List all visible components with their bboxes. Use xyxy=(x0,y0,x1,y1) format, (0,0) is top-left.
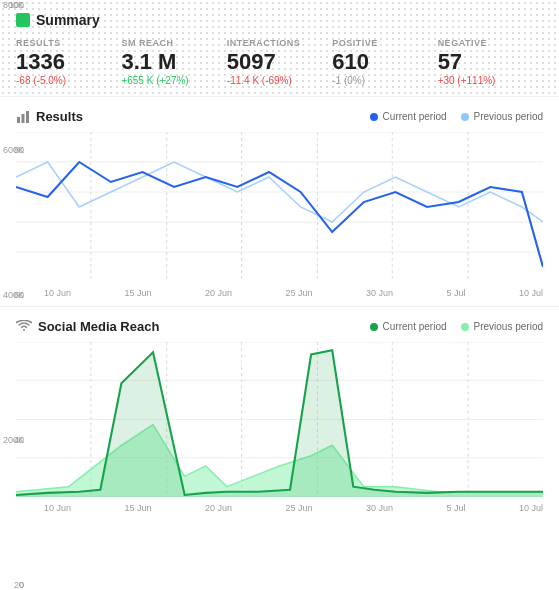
metric-results-delta: -68 (-5.0%) xyxy=(16,75,121,86)
metric-positive-label: POSITIVE xyxy=(332,38,437,48)
metric-positive: POSITIVE 610 -1 (0%) xyxy=(332,38,437,86)
results-chart-section: Results Current period Previous period 1… xyxy=(0,97,559,307)
results-chart-header: Results Current period Previous period xyxy=(16,109,543,124)
reach-svg xyxy=(16,342,543,497)
results-legend-previous: Previous period xyxy=(461,111,543,122)
results-current-dot xyxy=(370,113,378,121)
reach-current-dot xyxy=(370,323,378,331)
results-chart-area xyxy=(16,132,543,285)
reach-legend-current: Current period xyxy=(370,321,447,332)
metric-negative-delta: +30 (+111%) xyxy=(438,75,543,86)
reach-legend: Current period Previous period xyxy=(370,321,543,332)
reach-legend-previous: Previous period xyxy=(461,321,543,332)
metric-positive-value: 610 xyxy=(332,50,437,74)
metric-negative: NEGATIVE 57 +30 (+111%) xyxy=(438,38,543,86)
metric-smreach: SM REACH 3.1 M +655 K (+27%) xyxy=(121,38,226,86)
reach-chart-area xyxy=(16,342,543,500)
reach-chart-section: Social Media Reach Current period Previo… xyxy=(0,307,559,521)
metric-results-label: RESULTS xyxy=(16,38,121,48)
reach-chart-body: 800K600K400K200K0 xyxy=(16,342,543,500)
results-legend: Current period Previous period xyxy=(370,111,543,122)
metric-negative-value: 57 xyxy=(438,50,543,74)
metric-interactions-value: 5097 xyxy=(227,50,332,74)
metric-smreach-delta: +655 K (+27%) xyxy=(121,75,226,86)
metric-negative-label: NEGATIVE xyxy=(438,38,543,48)
reach-y-labels: 800K600K400K200K0 xyxy=(0,0,28,590)
reach-chart-title: Social Media Reach xyxy=(16,319,159,334)
reach-previous-dot xyxy=(461,323,469,331)
reach-chart-header: Social Media Reach Current period Previo… xyxy=(16,319,543,334)
summary-label: Summary xyxy=(36,12,100,28)
summary-section: Summary RESULTS 1336 -68 (-5.0%) SM REAC… xyxy=(0,0,559,97)
results-previous-dot xyxy=(461,113,469,121)
svg-marker-25 xyxy=(16,425,543,497)
metric-results-value: 1336 xyxy=(16,50,121,74)
metric-positive-delta: -1 (0%) xyxy=(332,75,437,86)
metric-results: RESULTS 1336 -68 (-5.0%) xyxy=(16,38,121,86)
summary-title: Summary xyxy=(16,12,543,28)
metric-smreach-value: 3.1 M xyxy=(121,50,226,74)
metrics-row: RESULTS 1336 -68 (-5.0%) SM REACH 3.1 M … xyxy=(16,38,543,86)
results-legend-current: Current period xyxy=(370,111,447,122)
metric-smreach-label: SM REACH xyxy=(121,38,226,48)
metric-interactions-delta: -11.4 K (-69%) xyxy=(227,75,332,86)
results-chart-body: 10080604020 xyxy=(16,132,543,285)
metric-interactions: INTERACTIONS 5097 -11.4 K (-69%) xyxy=(227,38,332,86)
metric-interactions-label: INTERACTIONS xyxy=(227,38,332,48)
reach-x-labels: 10 Jun15 Jun20 Jun25 Jun30 Jun5 Jul10 Ju… xyxy=(16,500,543,513)
results-x-labels: 10 Jun15 Jun20 Jun25 Jun30 Jun5 Jul10 Ju… xyxy=(16,285,543,298)
results-svg xyxy=(16,132,543,282)
